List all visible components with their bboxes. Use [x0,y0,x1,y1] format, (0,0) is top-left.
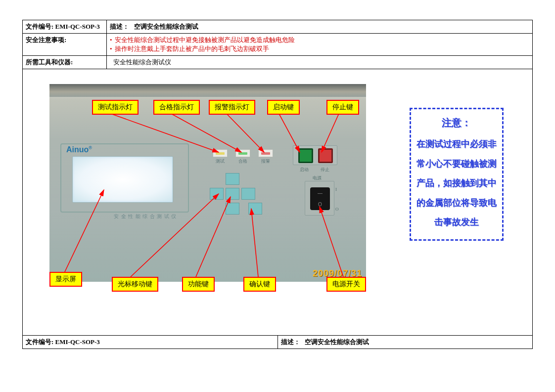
desc-value: 空调安全性能综合测试 [134,23,198,30]
callout-pass-indicator: 合格指示灯 [153,100,200,115]
footer-desc-value: 空调安全性能综合测试 [305,338,369,346]
tools-value: 安全性能综合测试仪 [113,58,171,66]
pass-indicator [235,149,250,157]
callout-display: 显示屏 [49,272,82,287]
callout-alarm-indicator: 报警指示灯 [209,100,255,115]
start-label: 启动 [297,167,312,173]
doc-no-cell: 文件编号: EMI-QC-SOP-3 [23,20,107,34]
arrow-center-key [226,188,239,200]
callout-start-key: 启动键 [267,100,300,115]
ind1-label: 测试 [212,158,229,165]
notice-title: 注意： [415,116,498,130]
notice-body: 在测试过程中必须非常小心不要碰触被测产品，如接触到其中的金属部位将导致电击事故发… [415,134,498,232]
callout-power-switch: 电源开关 [326,277,366,292]
ind2-label: 合格 [234,158,251,165]
footer-desc-cell: 描述： 空调安全性能综合测试 [278,336,533,349]
start-button [298,148,313,163]
function-key [248,203,262,215]
stop-button [318,148,333,163]
footer-table: 文件编号: EMI-QC-SOP-3 描述： 空调安全性能综合测试 [22,335,533,349]
test-indicator [213,149,228,157]
safety-item-2: 操作时注意戴上手套防止被产品中的毛刺飞边割破双手 [115,45,269,52]
tools-label-cell: 所需工具和仪器: [23,56,107,69]
footer-desc-label: 描述： [281,338,300,346]
device-sublabel: 安 全 性 能 综 合 测 试 仪 [114,213,177,220]
display-screen [72,156,173,203]
callout-test-indicator: 测试指示灯 [92,100,139,115]
alarm-indicator [258,149,273,157]
header-table: 文件编号: EMI-QC-SOP-3 描述： 空调安全性能综合测试 安全注意事项… [22,20,533,69]
bullet-icon: • [110,45,115,53]
power-area: —O [305,181,334,216]
content-area: 测试指示灯 合格指示灯 报警指示灯 启动键 停止键 显示屏 光标移动键 功能键 … [22,69,533,335]
tools-value-cell: 安全性能综合测试仪 [107,56,533,69]
desc-cell: 描述： 空调安全性能综合测试 [107,20,533,34]
start-stop-frame [293,145,337,165]
stop-label: 停止 [318,167,332,173]
arrow-right-key [241,188,255,200]
ind3-label: 报警 [257,158,274,165]
arrow-left-key [210,188,224,200]
safety-label-cell: 安全注意事项: [23,34,107,56]
footer-doc-no: 文件编号: EMI-QC-SOP-3 [23,336,278,349]
callout-stop-key: 停止键 [326,100,359,115]
power-rocker: —O [310,187,330,210]
bullet-icon: • [110,36,115,44]
callout-cursor-keys: 光标移动键 [112,277,158,292]
brand-label: Ainuo® [66,145,92,154]
arrow-down-key [226,203,239,215]
safety-content-cell: •安全性能综合测试过程中避免接触被测产品以避免造成触电危险 •操作时注意戴上手套… [107,34,533,56]
notice-box: 注意： 在测试过程中必须非常小心不要碰触被测产品，如接触到其中的金属部位将导致电… [410,108,504,241]
safety-item-1: 安全性能综合测试过程中避免接触被测产品以避免造成触电危险 [115,36,295,44]
desc-label: 描述： [110,23,129,30]
callout-function-key: 功能键 [182,277,215,292]
arrow-up-key [226,173,239,185]
callout-ok-key: 确认键 [243,277,276,292]
